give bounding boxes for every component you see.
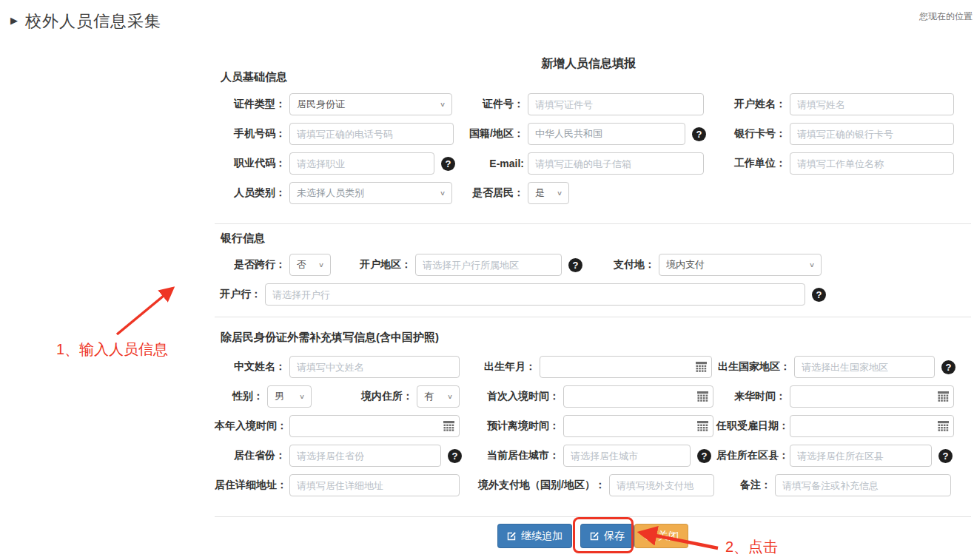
section-extra-title: 除居民身份证外需补充填写信息(含中国护照) [221,331,439,345]
field-bank-card: 银行卡号： [716,123,954,145]
calendar-icon[interactable] [938,391,949,402]
person-type-select[interactable]: 未选择人员类别 ∨ [289,182,452,204]
mobile-label: 手机号码： [215,127,286,141]
district-label: 居住所在区县： [716,449,786,462]
edit-icon [507,531,517,541]
employer-input[interactable] [790,152,954,175]
field-gender: 性别： 男 ∨ [215,385,312,408]
district-input[interactable] [790,445,932,467]
overseas-pay-input[interactable] [609,474,714,496]
expected-departure-input[interactable] [563,415,713,437]
bank-branch-input[interactable] [265,283,805,306]
form-title: 新增人员信息填报 [215,56,962,72]
bank-card-input[interactable] [790,123,954,145]
save-button[interactable]: 保存 [580,524,634,548]
birth-country-input[interactable] [794,356,935,378]
close-button-label: 关闭 [658,530,679,543]
person-type-label: 人员类别： [215,186,286,200]
bank-card-label: 银行卡号： [716,127,786,141]
address-input[interactable] [289,474,460,496]
chevron-down-icon: ∨ [557,189,562,197]
account-name-input[interactable] [790,93,954,115]
cross-bank-select[interactable]: 否 ∨ [289,254,331,276]
field-nationality: 国籍/地区： ? [457,123,706,145]
expected-departure-label: 预计离境时间： [466,419,560,433]
field-remarks: 备注： [716,474,951,496]
calendar-icon[interactable] [697,391,708,402]
cert-type-select[interactable]: 居民身份证 ∨ [289,93,452,115]
first-entry-input[interactable] [563,385,713,408]
pay-place-label: 支付地： [613,258,655,271]
field-city: 当前居住城市： ? [466,445,711,467]
cn-name-input[interactable] [289,356,460,378]
calendar-icon[interactable] [938,421,949,431]
field-pay-place: 支付地： 境内支付 ∨ [613,254,822,276]
help-icon[interactable]: ? [812,288,826,302]
city-input[interactable] [563,445,691,467]
chevron-down-icon: ∨ [447,393,453,400]
field-cert-type: 证件类型： 居民身份证 ∨ [215,93,452,115]
field-entry-this-year: 本年入境时间： [215,415,460,437]
birth-date-label: 出生年月： [466,360,536,374]
field-email: E-mail: [457,152,704,175]
help-icon[interactable]: ? [697,449,711,463]
field-cn-name: 中文姓名： [215,356,460,378]
field-domestic-residence: 境内住所： 有 ∨ [348,385,460,408]
help-icon[interactable]: ? [568,258,582,272]
overseas-pay-label: 境外支付地（国别/地区）： [466,479,605,492]
pay-place-select[interactable]: 境内支付 ∨ [659,254,822,276]
field-bank-branch: 开户行： ? [215,283,826,306]
province-input[interactable] [289,445,441,467]
email-label: E-mail: [457,158,524,169]
calendar-icon[interactable] [697,421,708,431]
entry-this-year-label: 本年入境时间： [215,419,286,433]
annotation-step1: 1、输入人员信息 [56,340,168,360]
section-bank-title: 银行信息 [221,232,265,246]
caret-icon: ▶ [10,15,18,26]
arrival-time-input[interactable] [790,385,954,408]
bank-region-input[interactable] [415,254,562,276]
cn-name-label: 中文姓名： [215,360,286,374]
domestic-residence-label: 境内住所： [348,390,413,403]
mobile-input[interactable] [289,123,454,145]
field-birth-country: 出生国家地区： ? [716,356,955,378]
gender-value: 男 [275,390,284,403]
employer-label: 工作单位： [716,157,786,170]
calendar-icon[interactable] [696,362,707,372]
help-icon[interactable]: ? [938,449,953,463]
cross-bank-label: 是否跨行： [215,258,286,271]
close-button[interactable]: 关闭 [634,524,688,548]
remarks-input[interactable] [775,474,951,496]
cert-no-label: 证件号： [457,98,524,111]
field-person-type: 人员类别： 未选择人员类别 ∨ [215,182,452,204]
domestic-residence-select[interactable]: 有 ∨ [417,385,460,408]
append-button-label: 继续追加 [521,530,562,543]
help-icon[interactable]: ? [448,449,462,463]
cert-type-label: 证件类型： [215,98,286,111]
nationality-input[interactable] [528,123,685,145]
entry-this-year-input[interactable] [289,415,460,437]
help-icon[interactable]: ? [441,157,455,171]
calendar-icon[interactable] [443,421,454,431]
cert-no-input[interactable] [528,93,704,115]
help-icon[interactable]: ? [941,360,955,374]
birth-date-input[interactable] [540,356,712,378]
field-birth-date: 出生年月： [466,356,712,378]
save-button-label: 保存 [604,530,625,543]
employment-date-input[interactable] [790,415,954,437]
field-address: 居住详细地址： [215,474,460,496]
gender-label: 性别： [215,390,263,403]
divider [215,516,971,517]
chevron-down-icon: ∨ [440,101,446,108]
arrival-time-label: 来华时间： [716,390,786,403]
append-button[interactable]: 继续追加 [497,524,572,548]
gender-select[interactable]: 男 ∨ [267,385,312,408]
field-arrival-time: 来华时间： [716,385,954,408]
field-account-name: 开户姓名： [716,93,954,115]
occupation-input[interactable] [289,152,434,175]
bank-branch-label: 开户行： [215,288,261,301]
help-icon[interactable]: ? [692,127,706,141]
email-input[interactable] [528,152,704,175]
nationality-label: 国籍/地区： [457,127,524,141]
is-resident-select[interactable]: 是 ∨ [528,182,569,204]
